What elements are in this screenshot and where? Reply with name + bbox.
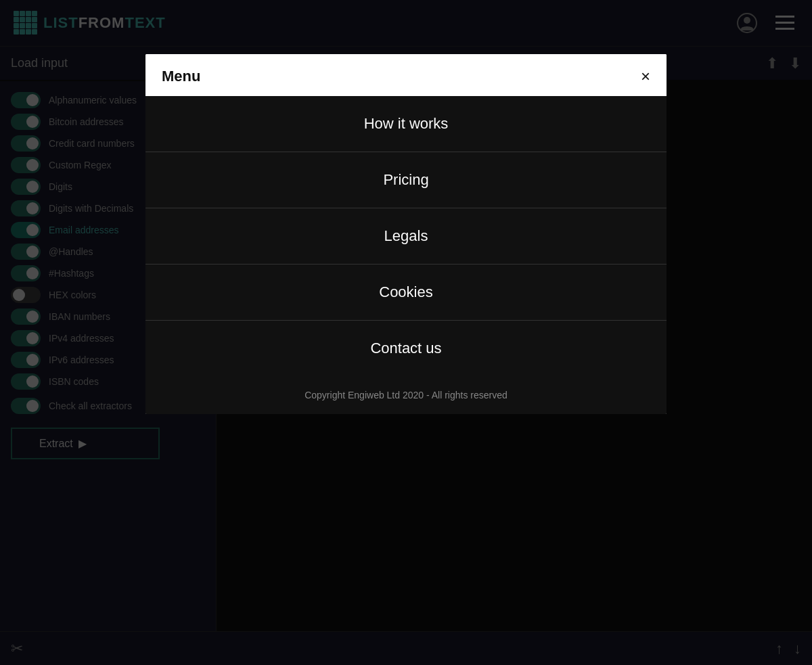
menu-item-legals[interactable]: Legals [145,208,667,265]
close-button[interactable]: × [641,68,650,85]
modal-overlay[interactable]: Menu × How it worksPricingLegalsCookiesC… [0,0,812,665]
menu-modal: Menu × How it worksPricingLegalsCookiesC… [145,54,667,414]
modal-header: Menu × [145,54,667,96]
menu-item-label-how-it-works: How it works [364,115,449,133]
menu-item-label-pricing: Pricing [383,171,428,189]
menu-item-cookies[interactable]: Cookies [145,265,667,321]
copyright-text: Copyright Engiweb Ltd 2020 - All rights … [304,390,508,400]
menu-item-contact-us[interactable]: Contact us [145,321,667,376]
menu-item-label-cookies: Cookies [379,283,432,301]
menu-item-label-contact-us: Contact us [370,340,441,357]
menu-item-how-it-works[interactable]: How it works [145,96,667,152]
menu-item-label-legals: Legals [384,227,428,245]
menu-item-pricing[interactable]: Pricing [145,152,667,208]
modal-title: Menu [162,68,200,85]
modal-body: How it worksPricingLegalsCookiesContact … [145,96,667,414]
modal-footer: Copyright Engiweb Ltd 2020 - All rights … [145,376,667,414]
